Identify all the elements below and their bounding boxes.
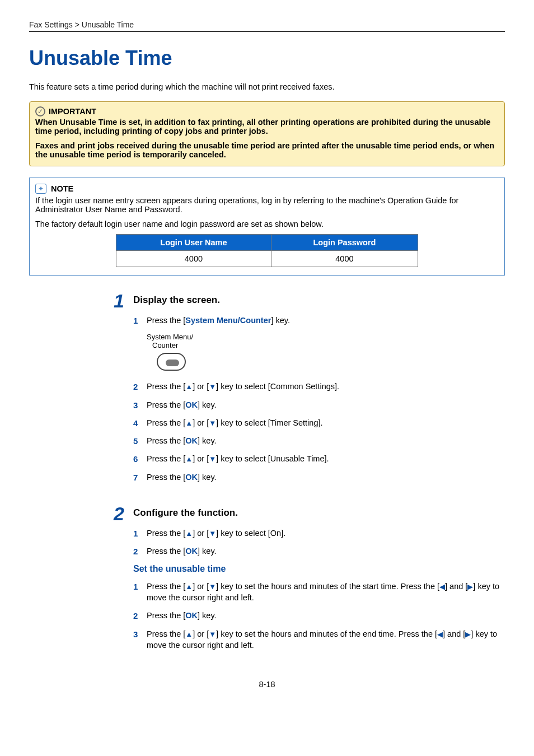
key-system-menu: System Menu/Counter bbox=[185, 316, 271, 325]
substep: 2 Press the [▲] or [▼] key to select [Co… bbox=[133, 381, 505, 392]
key-ok: OK bbox=[185, 611, 198, 620]
substep-text: ] key to set the hours and minutes of th… bbox=[216, 629, 437, 638]
arrow-up-icon: ▲ bbox=[185, 455, 193, 463]
substep-text: Press the [ bbox=[147, 582, 185, 591]
substep-text: Press the [ bbox=[147, 454, 185, 463]
substep: 1 Press the [▲] or [▼] key to set the ho… bbox=[133, 581, 505, 604]
substep-number: 7 bbox=[133, 472, 138, 483]
important-label: IMPORTANT bbox=[49, 107, 96, 116]
substep-number: 1 bbox=[133, 581, 138, 592]
substep: 6 Press the [▲] or [▼] key to select [Un… bbox=[133, 453, 505, 464]
arrow-down-icon: ▼ bbox=[209, 630, 216, 638]
arrow-down-icon: ▼ bbox=[209, 419, 216, 427]
substep-number: 2 bbox=[133, 381, 138, 393]
substep-number: 3 bbox=[133, 399, 138, 411]
substep-text: Press the [ bbox=[147, 529, 185, 538]
button-label-line1: System Menu/ bbox=[147, 333, 505, 341]
substep-text: ] key to select [On]. bbox=[216, 529, 285, 538]
substep: 5 Press the [OK] key. bbox=[133, 435, 505, 446]
substep-text: Press the [ bbox=[147, 547, 185, 556]
check-circle-icon: ✓ bbox=[35, 106, 45, 116]
steps-container: 1 Display the screen. 1 Press the [Syste… bbox=[107, 291, 505, 657]
arrow-down-icon: ▼ bbox=[209, 582, 216, 591]
substep-text: Press the [ bbox=[147, 418, 185, 427]
arrow-up-icon: ▲ bbox=[185, 529, 193, 538]
major-step-title: Display the screen. bbox=[133, 295, 505, 306]
button-label-line2: Counter bbox=[152, 341, 505, 349]
note-label: NOTE bbox=[51, 184, 73, 193]
substep: 2 Press the [OK] key. bbox=[133, 545, 505, 557]
substep-text: Press the [ bbox=[147, 629, 185, 638]
button-shape-icon bbox=[157, 353, 186, 371]
substep: 4 Press the [▲] or [▼] key to select [Ti… bbox=[133, 417, 505, 428]
page: Fax Settings > Unusable Time Unusable Ti… bbox=[0, 0, 534, 711]
substep-text: ] key. bbox=[198, 473, 217, 482]
substep-text: ] or [ bbox=[193, 382, 209, 391]
major-step-2: 2 Configure the function. 1 Press the [▲… bbox=[107, 504, 505, 657]
subsection-title: Set the unusable time bbox=[133, 564, 505, 574]
key-ok: OK bbox=[185, 473, 198, 482]
intro-text: This feature sets a time period during w… bbox=[29, 82, 505, 91]
substep: 3 Press the [▲] or [▼] key to set the ho… bbox=[133, 628, 505, 651]
arrow-up-icon: ▲ bbox=[185, 630, 193, 638]
substep-text: ] and [ bbox=[445, 582, 467, 591]
major-step-number: 1 bbox=[107, 291, 124, 489]
arrow-down-icon: ▼ bbox=[209, 382, 216, 391]
important-callout: ✓ IMPORTANT When Unusable Time is set, i… bbox=[29, 101, 505, 166]
substep-number: 2 bbox=[133, 545, 138, 557]
page-number: 8-18 bbox=[29, 680, 505, 689]
substep-text: ] or [ bbox=[193, 629, 209, 638]
substep-text: ] key to select [Unusable Time]. bbox=[216, 454, 329, 463]
substep-text: Press the [ bbox=[147, 436, 185, 445]
substep-text: Press the [ bbox=[147, 473, 185, 482]
key-ok: OK bbox=[185, 400, 198, 409]
substep: 7 Press the [OK] key. bbox=[133, 472, 505, 483]
arrow-right-icon: ▶ bbox=[467, 582, 473, 591]
substep-text: ] or [ bbox=[193, 418, 209, 427]
substep-text: Press the [ bbox=[147, 382, 185, 391]
major-step-title: Configure the function. bbox=[133, 507, 505, 519]
key-ok: OK bbox=[185, 547, 198, 556]
substep-text: Press the [ bbox=[147, 316, 185, 325]
arrow-up-icon: ▲ bbox=[185, 582, 193, 591]
table-header-pass: Login Password bbox=[271, 235, 418, 251]
important-p1: When Unusable Time is set, in addition t… bbox=[35, 118, 499, 136]
substep-text: ] key. bbox=[198, 400, 217, 409]
substep-number: 1 bbox=[133, 528, 138, 539]
substep-text: Press the [ bbox=[147, 400, 185, 409]
table-header-user: Login User Name bbox=[116, 235, 271, 251]
substep-text: ] and [ bbox=[443, 629, 465, 638]
table-cell-user: 4000 bbox=[116, 251, 271, 267]
login-table: Login User Name Login Password 4000 4000 bbox=[116, 234, 418, 267]
substep: 2 Press the [OK] key. bbox=[133, 610, 505, 621]
substep-text: ] key. bbox=[198, 611, 217, 620]
substep-text: ] key. bbox=[198, 547, 217, 556]
substep-number: 3 bbox=[133, 628, 138, 640]
substep: 1 Press the [System Menu/Counter] key. bbox=[133, 315, 505, 326]
arrow-left-icon: ◀ bbox=[437, 630, 443, 638]
note-callout: ✦ NOTE If the login user name entry scre… bbox=[29, 178, 505, 276]
substep-number: 6 bbox=[133, 453, 138, 465]
arrow-up-icon: ▲ bbox=[185, 419, 193, 427]
major-step-number: 2 bbox=[107, 504, 124, 657]
arrow-up-icon: ▲ bbox=[185, 382, 193, 391]
arrow-right-icon: ▶ bbox=[465, 630, 471, 638]
substep-text: ] key to select [Common Settings]. bbox=[216, 382, 339, 391]
arrow-down-icon: ▼ bbox=[209, 529, 216, 538]
key-ok: OK bbox=[185, 436, 198, 445]
button-illustration: System Menu/ Counter bbox=[147, 333, 505, 371]
substep-text: ] key. bbox=[271, 316, 290, 325]
note-p2: The factory default login user name and … bbox=[35, 220, 499, 228]
substep-text: ] or [ bbox=[193, 454, 209, 463]
substep-text: Press the [ bbox=[147, 611, 185, 620]
substep: 1 Press the [▲] or [▼] key to select [On… bbox=[133, 528, 505, 539]
substep-text: ] key to select [Timer Setting]. bbox=[216, 418, 322, 427]
important-p2: Faxes and print jobs received during the… bbox=[35, 141, 499, 159]
table-cell-pass: 4000 bbox=[271, 251, 418, 267]
breadcrumb: Fax Settings > Unusable Time bbox=[29, 20, 505, 29]
major-step-1: 1 Display the screen. 1 Press the [Syste… bbox=[107, 291, 505, 489]
substep-number: 2 bbox=[133, 610, 138, 622]
substep-text: ] or [ bbox=[193, 529, 209, 538]
note-icon: ✦ bbox=[35, 184, 46, 194]
substep-text: ] or [ bbox=[193, 582, 209, 591]
